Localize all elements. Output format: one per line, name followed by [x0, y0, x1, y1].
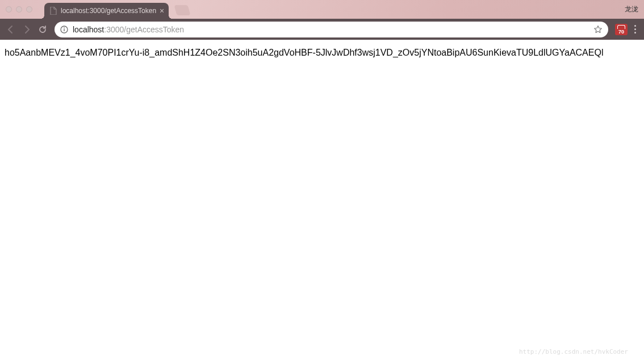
page-body: ho5AanbMEVz1_4voM70PI1crYu-i8_amdShH1Z4O… — [0, 40, 644, 66]
profile-label[interactable]: 龙泷 — [625, 5, 638, 14]
window-controls — [6, 6, 32, 12]
tab-title: localhost:3000/getAccessToken — [61, 7, 156, 15]
back-button[interactable] — [5, 23, 17, 36]
page-icon — [50, 7, 57, 15]
address-bar[interactable]: localhost:3000/getAccessToken — [55, 22, 608, 37]
minimize-window-button[interactable] — [16, 6, 22, 12]
bookmark-button[interactable] — [593, 25, 603, 34]
url-display: localhost:3000/getAccessToken — [73, 25, 589, 34]
new-tab-button[interactable] — [174, 5, 191, 15]
browser-tab[interactable]: localhost:3000/getAccessToken × — [44, 3, 169, 19]
forward-button[interactable] — [20, 23, 33, 36]
kebab-dot-icon — [634, 25, 636, 27]
site-info-icon[interactable] — [60, 26, 68, 34]
reload-button[interactable] — [36, 23, 49, 36]
close-tab-button[interactable]: × — [160, 7, 164, 15]
url-host: localhost — [73, 25, 104, 34]
toolbar: localhost:3000/getAccessToken 70 — [0, 19, 644, 40]
svg-rect-2 — [64, 29, 64, 31]
extension-badge[interactable]: 70 — [615, 24, 628, 35]
close-window-button[interactable] — [6, 6, 12, 12]
url-path: :3000/getAccessToken — [104, 25, 184, 34]
tab-strip: localhost:3000/getAccessToken × — [44, 3, 189, 19]
reload-icon — [38, 25, 47, 34]
maximize-window-button[interactable] — [26, 6, 32, 12]
response-text: ho5AanbMEVz1_4voM70PI1crYu-i8_amdShH1Z4O… — [5, 48, 603, 57]
arrow-right-icon — [22, 25, 31, 34]
extension-badge-count: 70 — [618, 29, 624, 35]
kebab-dot-icon — [634, 28, 636, 30]
star-icon — [593, 25, 603, 34]
watermark: http://blog.csdn.net/hvkCoder — [519, 348, 628, 355]
browser-menu-button[interactable] — [631, 23, 639, 36]
arrow-left-icon — [6, 25, 15, 34]
title-bar: localhost:3000/getAccessToken × 龙泷 — [0, 0, 644, 19]
kebab-dot-icon — [634, 32, 636, 34]
svg-point-1 — [64, 27, 65, 28]
